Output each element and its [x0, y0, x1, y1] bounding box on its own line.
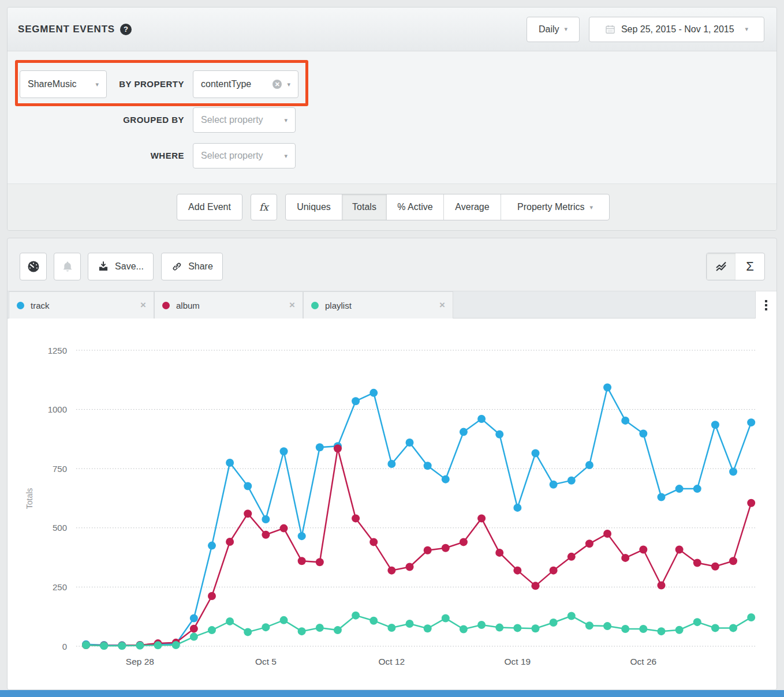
chevron-down-icon: ▾ [745, 25, 749, 33]
view-toggle-group: Σ [706, 253, 765, 280]
mode-percent-active-button[interactable]: % Active [386, 194, 443, 220]
svg-text:1250: 1250 [48, 346, 67, 355]
chart-toolbar: Save... Share [8, 238, 776, 290]
speedometer-icon [27, 260, 40, 273]
sigma-table-view-button[interactable]: Σ [736, 253, 764, 280]
where-placeholder: Select property [201, 151, 279, 161]
add-event-button[interactable]: Add Event [177, 194, 242, 220]
svg-text:Oct 12: Oct 12 [379, 657, 405, 666]
granularity-value: Daily [539, 24, 559, 35]
calendar-icon [605, 24, 615, 35]
mode-average-button[interactable]: Average [443, 194, 501, 220]
svg-text:Oct 5: Oct 5 [255, 657, 277, 666]
legend-tab-album[interactable]: album × [154, 291, 303, 319]
line-chart-icon [714, 260, 728, 273]
share-label: Share [188, 261, 213, 272]
date-range-dropdown[interactable]: Sep 25, 2015 - Nov 1, 2015 ▾ [589, 17, 764, 42]
legend-tab-track[interactable]: track × [9, 291, 154, 319]
grouped-by-label: GROUPED BY [8, 107, 184, 133]
svg-text:Sep 28: Sep 28 [126, 657, 154, 666]
legend-overflow-menu[interactable] [755, 291, 776, 319]
remove-property-icon[interactable]: ✕ [272, 80, 282, 89]
date-range-value: Sep 25, 2015 - Nov 1, 2015 [621, 24, 734, 35]
chevron-down-icon: ▾ [284, 117, 288, 124]
grouped-by-dropdown[interactable]: Select property ▾ [193, 107, 296, 133]
by-property-label: BY PROPERTY [8, 70, 184, 98]
mode-uniques-button[interactable]: Uniques [286, 194, 342, 220]
bell-icon [61, 260, 74, 273]
chart-panel: Save... Share [7, 238, 777, 690]
panel-header: SEGMENT EVENTS ? Daily ▾ Sep 25, 2015 - … [8, 8, 776, 51]
download-icon [98, 261, 109, 272]
segment-events-panel: SEGMENT EVENTS ? Daily ▾ Sep 25, 2015 - … [7, 7, 777, 231]
help-icon[interactable]: ? [120, 24, 132, 35]
series-label: track [31, 301, 140, 310]
svg-text:500: 500 [53, 523, 67, 533]
series-color-dot [17, 302, 24, 309]
dashboard-gauge-button[interactable] [20, 253, 47, 280]
chevron-down-icon: ▾ [287, 81, 290, 88]
property-metrics-label: Property Metrics [517, 202, 584, 212]
mode-row: Add Event fx Uniques Totals % Active Ave… [8, 183, 776, 230]
save-button[interactable]: Save... [88, 253, 154, 280]
close-icon[interactable]: × [439, 299, 445, 311]
series-label: playlist [325, 301, 439, 310]
chevron-down-icon: ▾ [589, 204, 593, 211]
svg-text:Oct 19: Oct 19 [505, 657, 531, 666]
where-label: WHERE [8, 143, 184, 168]
where-dropdown[interactable]: Select property ▾ [193, 143, 296, 168]
granularity-dropdown[interactable]: Daily ▾ [527, 17, 580, 42]
close-icon[interactable]: × [289, 299, 295, 311]
series-color-dot [162, 302, 170, 309]
svg-text:Oct 26: Oct 26 [630, 657, 657, 666]
share-button[interactable]: Share [161, 253, 223, 280]
metric-mode-group: Uniques Totals % Active Average Property… [285, 194, 610, 220]
alerts-bell-button[interactable] [54, 253, 81, 280]
grouped-by-placeholder: Select property [201, 115, 279, 125]
link-icon [171, 261, 182, 272]
svg-text:750: 750 [53, 464, 67, 474]
line-chart-view-button[interactable] [707, 253, 736, 280]
formula-button[interactable]: fx [251, 194, 277, 220]
save-label: Save... [115, 261, 144, 272]
close-icon[interactable]: × [140, 299, 146, 311]
property-metrics-dropdown[interactable]: Property Metrics ▾ [501, 194, 609, 220]
legend-tab-playlist[interactable]: playlist × [303, 291, 453, 319]
by-property-dropdown[interactable]: contentType ✕ ▾ [193, 70, 298, 98]
sigma-icon: Σ [746, 259, 754, 274]
mode-totals-button[interactable]: Totals [342, 194, 386, 220]
series-label: album [176, 301, 289, 310]
chevron-down-icon: ▾ [565, 25, 568, 33]
by-property-value: contentType [201, 79, 267, 89]
svg-text:1000: 1000 [48, 404, 67, 414]
chart-canvas: 025050075010001250Sep 28Oct 5Oct 12Oct 1… [8, 318, 776, 689]
svg-text:Totals: Totals [25, 488, 34, 509]
bottom-bar [0, 690, 784, 697]
svg-text:0: 0 [62, 642, 67, 651]
line-chart: 025050075010001250Sep 28Oct 5Oct 12Oct 1… [8, 318, 776, 689]
legend-row: track × album × playlist × [8, 291, 776, 318]
series-color-dot [311, 302, 319, 309]
page-title: SEGMENT EVENTS [18, 24, 115, 35]
chevron-down-icon: ▾ [284, 152, 288, 160]
svg-text:250: 250 [53, 582, 67, 592]
kebab-icon [765, 300, 767, 302]
